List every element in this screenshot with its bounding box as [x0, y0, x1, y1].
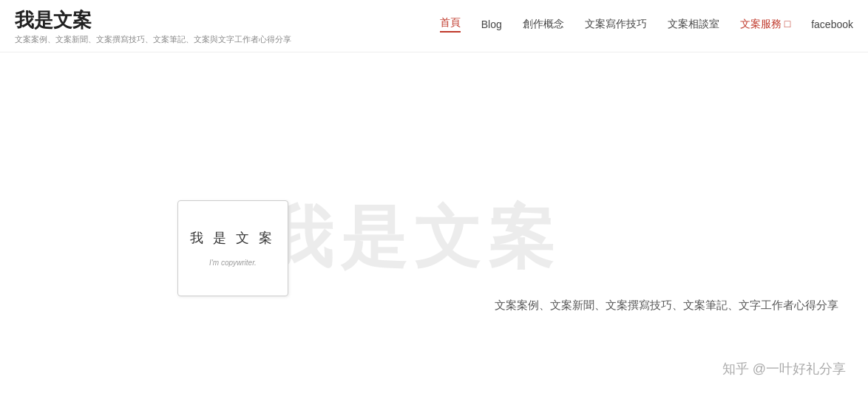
site-title-block: 我是文案 文案案例、文案新聞、文案撰寫技巧、文案筆記、文案與文字工作者心得分享	[15, 9, 291, 46]
nav-item-5[interactable]: 文案服務 □	[740, 18, 790, 31]
watermark: 知乎 @一叶好礼分享	[722, 360, 846, 378]
main-content: 我是文案 我 是 文 案 I'm copywriter. 文案案例、文案新聞、文…	[0, 52, 868, 392]
nav-item-2[interactable]: 創作概念	[523, 18, 564, 31]
bg-decorative-text: 我是文案	[266, 193, 562, 283]
site-title: 我是文案	[15, 9, 291, 32]
logo-card-subtitle: I'm copywriter.	[209, 259, 257, 267]
nav-item-6[interactable]: facebook	[811, 18, 853, 30]
nav-item-4[interactable]: 文案相談室	[668, 18, 719, 31]
main-tagline: 文案案例、文案新聞、文案撰寫技巧、文案筆記、文字工作者心得分享	[495, 296, 838, 314]
logo-card-title: 我 是 文 案	[190, 229, 275, 247]
site-header: 我是文案 文案案例、文案新聞、文案撰寫技巧、文案筆記、文案與文字工作者心得分享 …	[0, 0, 868, 52]
site-subtitle: 文案案例、文案新聞、文案撰寫技巧、文案筆記、文案與文字工作者心得分享	[15, 34, 291, 45]
logo-card: 我 是 文 案 I'm copywriter.	[177, 200, 288, 296]
main-nav: 首頁Blog創作概念文案寫作技巧文案相談室文案服務 □facebook	[440, 9, 853, 33]
nav-item-0[interactable]: 首頁	[440, 16, 461, 33]
nav-item-1[interactable]: Blog	[481, 18, 502, 30]
nav-item-3[interactable]: 文案寫作技巧	[585, 18, 647, 31]
